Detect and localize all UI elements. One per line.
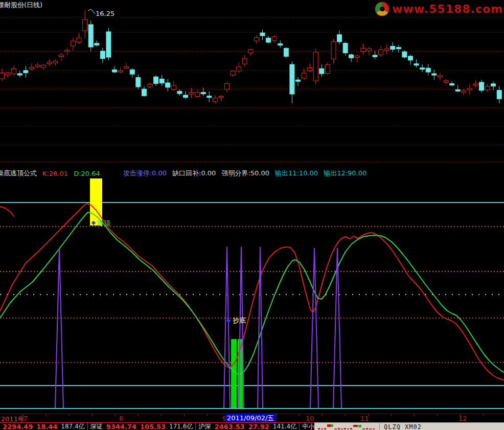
candle-body <box>6 73 10 75</box>
candle-body <box>83 19 87 31</box>
candle-body <box>366 49 371 51</box>
candle-body <box>361 48 365 51</box>
candle-body <box>201 93 205 94</box>
candle-body <box>29 67 34 69</box>
mini-bar <box>347 428 349 429</box>
peak-pointer <box>88 9 95 14</box>
axis-month-label: 11 <box>360 415 369 422</box>
indicator-header-item: K:26.01 <box>42 170 68 177</box>
axis-tick <box>161 414 162 416</box>
mini-bar <box>331 424 333 427</box>
purple-spike <box>227 247 230 408</box>
candle-body <box>242 58 247 64</box>
candle-body <box>95 43 99 46</box>
mini-trend-icon[interactable] <box>317 423 380 430</box>
purple-spike <box>310 248 314 408</box>
candle-body <box>35 65 40 66</box>
candle-body <box>450 84 454 85</box>
candle-body <box>171 85 176 89</box>
purple-spike <box>314 248 318 408</box>
indicator-header: 操底逃顶公式K:26.01D:20.64攻击涨停:0.00缺口回补:0.00强弱… <box>0 169 366 177</box>
candle-body <box>41 65 46 67</box>
time-axis[interactable]: 2011年 789101112 2011/09/02/五 <box>0 414 504 423</box>
quote-q-val: 2294.49 <box>3 423 33 430</box>
quote-q-name: 中小 <box>302 422 314 430</box>
index-quote[interactable]: 中小4999.9550.9568.05亿 <box>299 422 314 430</box>
candle-body <box>136 78 141 87</box>
candle-body <box>313 52 318 81</box>
candle-body <box>130 70 134 74</box>
quote-q-chg: 18.44 <box>36 423 57 430</box>
axis-tick <box>69 414 70 416</box>
candle-body <box>296 80 301 81</box>
candle-body <box>331 42 336 59</box>
indicator-header-item: 强弱分界:50.00 <box>221 169 269 178</box>
mini-bar <box>321 428 323 429</box>
axis-tick <box>483 414 484 416</box>
index-quote[interactable]: 2294.4918.44187.4亿 <box>0 422 87 430</box>
candle-body <box>142 89 146 96</box>
broker-label: QLZQ XM02 <box>384 423 422 430</box>
candle-body <box>100 51 105 59</box>
purple-spike <box>224 247 227 408</box>
indicator-curves-layer <box>0 178 504 413</box>
mini-bar <box>344 428 346 429</box>
candle-body <box>284 48 288 56</box>
candle-body <box>384 49 389 50</box>
candle-body <box>426 68 430 72</box>
axis-month-label: 10 <box>306 415 314 422</box>
candle-body <box>177 91 182 94</box>
index-quote[interactable]: 深证9344.74105.53171.6亿 <box>87 422 196 430</box>
d-line <box>0 212 504 375</box>
mini-bar <box>327 424 331 427</box>
candle-body <box>77 38 81 42</box>
signal-annotation: 抄底 <box>233 316 246 325</box>
candle-body <box>402 52 407 57</box>
candle-body <box>266 38 271 42</box>
mini-bar <box>350 428 352 429</box>
index-quote[interactable]: 沪深2463.5327.92141.4亿 <box>195 422 299 430</box>
mini-bar <box>318 428 320 429</box>
indicator-panel[interactable]: 逃顶抄底 <box>0 178 504 413</box>
candle-body <box>373 55 377 57</box>
candle-body <box>444 81 448 82</box>
indicator-header-item: 输出12:90.00 <box>324 169 366 178</box>
axis-tick <box>437 414 438 416</box>
k-line-tail <box>0 207 14 217</box>
purple-spike <box>59 249 63 408</box>
candle-body <box>148 84 152 86</box>
candle-body <box>467 88 472 90</box>
candle-body <box>290 64 294 94</box>
quote-q-amt: 171.6亿 <box>169 422 193 430</box>
purple-spike <box>337 248 341 408</box>
candle-body <box>195 93 200 97</box>
axis-tick <box>299 414 300 416</box>
axis-tick <box>276 414 277 416</box>
indicator-header-item: D:20.64 <box>74 170 100 177</box>
axis-tick <box>92 414 93 416</box>
candle-body <box>0 73 5 79</box>
candle-body <box>124 66 129 68</box>
candle-body <box>88 25 93 47</box>
status-bar: 2294.4918.44187.4亿深证9344.74105.53171.6亿沪… <box>0 422 504 430</box>
candle-body <box>24 71 28 73</box>
candlestick-chart[interactable]: 16.25 <box>0 9 504 163</box>
quote-q-val: 9344.74 <box>106 423 136 430</box>
candle-body <box>473 84 478 85</box>
broker-panel: QLZQ XM02 <box>314 422 504 430</box>
candle-body <box>462 90 466 92</box>
stock-title: 濮耐股份(日线) <box>0 1 42 10</box>
axis-tick <box>391 414 392 416</box>
candle-body <box>414 64 419 65</box>
candle-body <box>65 50 70 52</box>
candle-body <box>278 43 283 45</box>
candles-layer <box>0 9 504 163</box>
signal-annotation: 逃顶 <box>97 219 110 228</box>
indicator-header-item: 缺口回补:0.00 <box>172 169 216 178</box>
candle-body <box>154 77 158 83</box>
candle-body <box>225 84 230 89</box>
candle-body <box>319 69 324 74</box>
mini-bar <box>353 425 358 427</box>
mini-bar <box>373 428 375 429</box>
candle-body <box>254 37 259 40</box>
